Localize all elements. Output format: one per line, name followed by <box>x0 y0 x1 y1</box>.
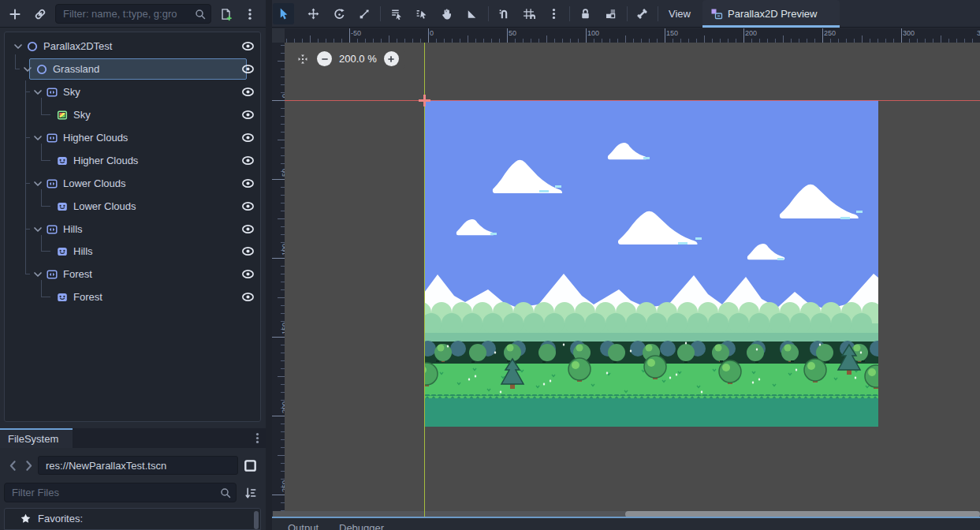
smart-snap-toggle[interactable] <box>494 3 515 24</box>
favorites-item[interactable]: Favorites: <box>20 513 83 524</box>
show-selection-list-tool[interactable] <box>386 3 407 24</box>
visibility-eye-icon[interactable] <box>241 62 255 76</box>
toolbar-separator <box>627 6 628 21</box>
visibility-eye-icon[interactable] <box>241 222 255 236</box>
visibility-eye-icon[interactable] <box>241 290 255 304</box>
tree-row-lower-clouds-parallax[interactable]: Lower Clouds <box>12 172 265 195</box>
parallax2d-icon <box>46 177 58 190</box>
node2d-icon <box>26 40 39 53</box>
parallax2d-icon <box>46 132 58 144</box>
toolbar-separator <box>488 6 489 21</box>
tree-row-higher-clouds-sprite[interactable]: Higher Clouds <box>12 149 265 172</box>
group-node-button[interactable] <box>600 3 621 24</box>
nav-forward-button[interactable] <box>22 459 35 472</box>
2d-viewport[interactable]: 200.0 % <box>285 43 980 511</box>
horizontal-ruler: -50 0 50 100 150 200 250 300 350 <box>285 28 980 43</box>
filesystem-tab-bar: FileSystem <box>0 428 266 448</box>
sprite2d-icon <box>56 291 69 304</box>
zoom-level-label[interactable]: 200.0 % <box>339 53 377 65</box>
visibility-eye-icon[interactable] <box>241 244 255 258</box>
lock-node-button[interactable] <box>575 3 596 24</box>
visibility-eye-icon[interactable] <box>241 200 255 213</box>
chevron-down-icon[interactable] <box>32 223 44 236</box>
tree-row-hills-parallax[interactable]: Hills <box>12 218 265 241</box>
tree-row-sky-parallax[interactable]: Sky <box>12 80 265 103</box>
filesystem-dock-menu-button[interactable] <box>251 431 264 445</box>
file-list-scrollbar[interactable] <box>254 511 259 529</box>
search-icon <box>219 487 232 499</box>
chevron-down-icon[interactable] <box>21 63 34 76</box>
visibility-eye-icon[interactable] <box>241 267 255 281</box>
ruler-corner <box>272 28 285 43</box>
origin-gizmo <box>419 95 430 106</box>
zoom-out-button[interactable] <box>317 51 332 66</box>
parallax2d-preview-icon <box>710 8 723 21</box>
parallax2d-icon <box>46 86 58 99</box>
star-icon <box>20 513 32 524</box>
scene-filter-input[interactable] <box>55 4 211 24</box>
toolbar-separator <box>380 6 381 21</box>
scale-tool[interactable] <box>354 3 375 24</box>
click-to-select-tool[interactable] <box>411 3 432 24</box>
bottom-panel-bar: Output Debugger <box>272 518 980 530</box>
parallax2d-preview-tab[interactable]: Parallax2D Preview <box>702 0 840 28</box>
colorrect-icon <box>56 109 69 121</box>
tab-filesystem[interactable]: FileSystem <box>0 428 73 448</box>
skeleton-options-menu[interactable] <box>632 3 653 24</box>
zoom-controls: 200.0 % <box>289 49 405 69</box>
filesystem-path-field[interactable] <box>38 456 238 475</box>
active-tab-underline <box>702 25 840 28</box>
toggle-split-mode-button[interactable] <box>243 458 258 473</box>
add-node-button[interactable] <box>4 3 25 24</box>
rotate-tool[interactable] <box>329 3 350 24</box>
chevron-down-icon[interactable] <box>32 177 44 190</box>
tree-row-parallax2dtest[interactable]: Parallax2DTest <box>12 35 265 58</box>
chevron-down-icon[interactable] <box>32 86 44 99</box>
tree-row-grassland[interactable]: Grassland <box>12 58 265 80</box>
tree-row-higher-clouds-parallax[interactable]: Higher Clouds <box>12 126 265 149</box>
debugger-button[interactable]: Debugger <box>339 522 384 530</box>
top-toolbar: View Parallax2D Preview <box>0 0 980 28</box>
select-tool[interactable] <box>273 3 294 24</box>
chevron-down-icon[interactable] <box>32 132 44 144</box>
tree-row-forest-parallax[interactable]: Forest <box>12 263 265 286</box>
sprite2d-icon <box>56 245 69 258</box>
godot-editor-window: View Parallax2D Preview Parallax2DTest <box>0 0 980 530</box>
tree-row-forest-sprite[interactable]: Forest <box>12 286 265 308</box>
sort-files-button[interactable] <box>243 486 257 500</box>
visibility-eye-icon[interactable] <box>241 154 255 167</box>
filter-files-input[interactable] <box>4 483 237 502</box>
search-icon <box>194 8 207 21</box>
visibility-eye-icon[interactable] <box>241 131 255 144</box>
file-list-panel: Favorites: <box>4 508 261 530</box>
parallax2d-icon <box>46 223 58 236</box>
grid-snap-toggle[interactable] <box>518 3 539 24</box>
move-tool[interactable] <box>303 3 324 24</box>
center-view-icon[interactable] <box>296 52 310 66</box>
scene-canvas[interactable] <box>424 100 878 427</box>
sprite2d-icon <box>56 200 69 213</box>
tree-row-lower-clouds-sprite[interactable]: Lower Clouds <box>12 195 265 218</box>
attach-script-button[interactable] <box>214 3 236 24</box>
visibility-eye-icon[interactable] <box>241 39 255 53</box>
ruler-tool[interactable] <box>461 3 483 24</box>
sprite2d-icon <box>56 155 69 167</box>
chevron-down-icon[interactable] <box>12 40 24 53</box>
tree-row-hills-sprite[interactable]: Hills <box>12 240 265 263</box>
output-button[interactable]: Output <box>288 522 319 530</box>
pan-tool[interactable] <box>436 3 457 24</box>
nav-back-button[interactable] <box>6 459 20 472</box>
toolbar-separator <box>658 6 658 21</box>
tree-row-sky-colorrect[interactable]: Sky <box>12 103 265 126</box>
dock-splitter[interactable] <box>266 0 272 530</box>
snap-options-menu[interactable] <box>543 3 565 24</box>
chevron-down-icon[interactable] <box>32 268 44 281</box>
scene-dock-menu-button[interactable] <box>239 3 260 24</box>
view-menu[interactable]: View <box>662 3 697 24</box>
instance-scene-button[interactable] <box>29 3 50 24</box>
visibility-eye-icon[interactable] <box>241 85 255 99</box>
x-axis-line <box>285 100 980 101</box>
visibility-eye-icon[interactable] <box>241 177 255 190</box>
visibility-eye-icon[interactable] <box>241 108 255 121</box>
zoom-in-button[interactable] <box>384 51 399 66</box>
